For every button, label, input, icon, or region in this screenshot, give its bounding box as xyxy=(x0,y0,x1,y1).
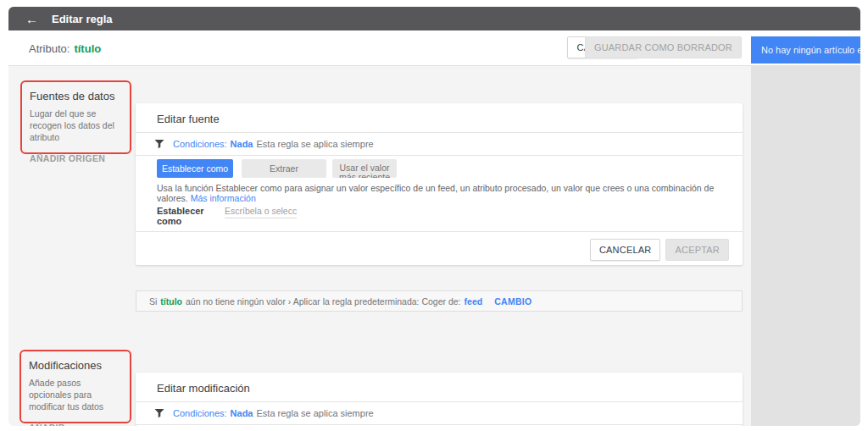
set-value-field-row: Establecer como xyxy=(157,206,297,226)
attribute-label: Atributo: xyxy=(29,42,70,55)
section-title: Fuentes de datos xyxy=(30,90,122,102)
section-description: Lugar del que se recogen los datos del a… xyxy=(30,108,122,144)
rule-prefix: Si xyxy=(149,296,157,307)
section-description: Añade pasos opcionales para modificar tu… xyxy=(29,377,122,413)
conditions-note: Esta regla se aplica siempre xyxy=(257,139,374,149)
field-label: Establecer como xyxy=(157,206,203,226)
app-window: ← Editar regla Atributo: título CANCELAR… xyxy=(8,7,860,426)
sidebar-section-modificaciones: Modificaciones Añade pasos opcionales pa… xyxy=(19,350,131,423)
value-input[interactable] xyxy=(225,206,297,218)
add-modification-button[interactable]: AÑADIR MODIFICACIÓN xyxy=(29,423,122,426)
conditions-note: Esta regla se aplica siempre xyxy=(257,408,374,418)
edit-modification-card: Editar modificación Condiciones: Nada Es… xyxy=(136,373,743,426)
default-rule-bar: Si título aún no tiene ningún valor › Ap… xyxy=(136,290,743,312)
conditions-value[interactable]: Nada xyxy=(231,408,253,418)
conditions-row[interactable]: Condiciones: Nada Esta regla se aplica s… xyxy=(136,402,743,424)
conditions-label: Condiciones: xyxy=(173,408,227,418)
toolbar: Atributo: título CANCELAR GUARDAR COMO B… xyxy=(8,30,860,66)
sidebar-section-fuentes-de-datos: Fuentes de datos Lugar del que se recoge… xyxy=(20,80,131,154)
tab-usar-valor-mas-reciente[interactable]: Usar el valor más reciente xyxy=(332,159,397,178)
toast-notification: No hay ningún artículo en este f xyxy=(751,36,860,64)
filter-icon xyxy=(154,139,164,149)
learn-more-link[interactable]: Más información xyxy=(191,193,256,203)
right-panel xyxy=(751,66,860,426)
card-footer: CANCELAR ACEPTAR xyxy=(590,239,729,261)
rule-attribute: título xyxy=(160,296,182,307)
rule-source: feed xyxy=(465,296,483,307)
app-bar: ← Editar regla xyxy=(8,7,860,30)
rule-text: aún no tiene ningún valor › Aplicar la r… xyxy=(186,296,461,307)
conditions-label: Condiciones: xyxy=(173,139,227,149)
card-title: Editar fuente xyxy=(136,103,743,132)
change-link[interactable]: CAMBIO xyxy=(494,296,531,307)
card-accept-button[interactable]: ACEPTAR xyxy=(665,239,729,261)
tab-description: Usa la función Establecer como para asig… xyxy=(157,183,733,203)
divider xyxy=(136,231,743,232)
section-title: Modificaciones xyxy=(29,359,122,372)
conditions-value[interactable]: Nada xyxy=(231,139,253,149)
conditions-row[interactable]: Condiciones: Nada Esta regla se aplica s… xyxy=(136,133,743,155)
card-title: Editar modificación xyxy=(136,373,743,401)
edit-source-card: Editar fuente Condiciones: Nada Esta reg… xyxy=(136,103,743,265)
save-draft-button[interactable]: GUARDAR COMO BORRADOR xyxy=(585,36,742,58)
filter-icon xyxy=(154,408,164,418)
add-origin-button[interactable]: AÑADIR ORIGEN xyxy=(30,153,122,163)
page-title: Editar regla xyxy=(52,13,113,25)
divider xyxy=(136,155,743,156)
tab-establecer-como[interactable]: Establecer como xyxy=(157,159,233,178)
card-cancel-button[interactable]: CANCELAR xyxy=(590,239,661,261)
back-arrow-icon[interactable]: ← xyxy=(25,12,38,26)
source-type-tabs: Establecer como Extraer Usar el valor má… xyxy=(157,159,397,178)
tab-extraer[interactable]: Extraer xyxy=(242,159,326,178)
attribute-line: Atributo: título xyxy=(29,30,101,66)
attribute-value: título xyxy=(74,42,101,55)
divider xyxy=(136,424,743,425)
